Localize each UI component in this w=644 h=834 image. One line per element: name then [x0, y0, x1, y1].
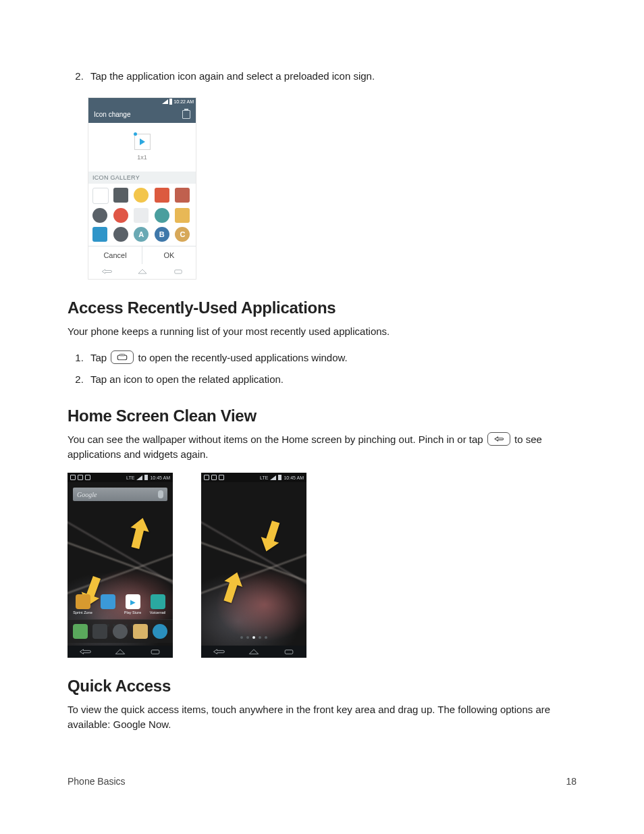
app-shortcut: ▶Play Store	[124, 594, 142, 617]
gallery-icon	[175, 208, 190, 223]
app-label: Voicemail	[150, 610, 166, 615]
intro-recent-apps: Your phone keeps a running list of your …	[68, 324, 576, 339]
gallery-icon	[92, 188, 109, 204]
pinch-out-arrow	[124, 517, 151, 562]
step1-post: to open the recently-used applications w…	[138, 352, 348, 363]
signal-icon	[270, 475, 276, 480]
dialog-title: Icon change	[94, 111, 131, 118]
ok-button: OK	[142, 246, 196, 264]
icon-preview-area: 1x1	[88, 123, 196, 172]
voicemail-icon	[151, 594, 165, 609]
delete-icon	[182, 110, 190, 119]
dialog-buttons: Cancel OK	[88, 246, 196, 264]
status-time: 10:45 AM	[284, 475, 304, 480]
svg-rect-2	[120, 355, 126, 356]
status-time: 10:22 AM	[173, 99, 194, 104]
system-nav	[68, 646, 173, 658]
page-footer: Phone Basics 18	[68, 776, 576, 787]
battery-icon	[169, 99, 172, 105]
cancel-button: Cancel	[88, 246, 142, 264]
app-label: Sprint Zone	[73, 610, 92, 615]
app-icon	[101, 594, 115, 609]
svg-marker-6	[259, 519, 285, 552]
recent-step-2: Tap an icon to open the related applicat…	[86, 371, 576, 388]
gallery-icon	[113, 227, 128, 242]
mic-icon	[158, 490, 163, 498]
phone-icon	[73, 624, 88, 639]
screenshot-icon-change: 10:22 AM Icon change 1x1 ICON GALLERY	[88, 97, 196, 280]
dialog-titlebar: Icon change	[88, 106, 196, 123]
status-notif-icon	[211, 475, 217, 480]
browser-icon	[153, 624, 167, 639]
back-icon	[101, 268, 113, 275]
signal-icon	[162, 99, 168, 104]
play-store-icon: ▶	[126, 594, 140, 609]
preview-size: 1x1	[137, 154, 147, 161]
status-time: 10:45 AM	[150, 475, 170, 480]
heading-clean-view: Home Screen Clean View	[68, 407, 576, 425]
app-shortcut: Sprint Zone	[74, 594, 92, 617]
gallery-letter-b: B	[155, 227, 169, 242]
status-notif-icon	[78, 475, 83, 480]
app-shortcut-row: Sprint Zone ▶Play Store Voicemail	[68, 594, 173, 617]
footer-section: Phone Basics	[68, 776, 126, 787]
intro-quick-access: To view the quick access items, touch an…	[68, 702, 576, 732]
app-shortcut: Voicemail	[149, 594, 167, 617]
recent-icon	[172, 268, 184, 275]
icon-gallery-grid: A B C	[88, 184, 196, 246]
apps-drawer-icon	[113, 624, 128, 639]
battery-icon	[144, 475, 148, 480]
clean-intro-pre: You can see the wallpaper without items …	[68, 434, 486, 445]
gallery-icon	[113, 188, 128, 203]
footer-page-number: 18	[566, 776, 576, 787]
heading-quick-access: Quick Access	[68, 677, 576, 696]
search-label: Google	[77, 491, 97, 498]
gallery-icon	[155, 188, 169, 203]
system-nav	[88, 264, 196, 279]
recent-icon	[149, 648, 162, 656]
recent-icon	[282, 648, 296, 656]
recent-step-1: Tap to open the recently-used applicatio…	[86, 349, 576, 367]
preview-icon	[134, 134, 151, 150]
app-shortcut	[99, 594, 117, 617]
pinch-in-arrow	[217, 571, 244, 615]
status-network: LTE	[260, 475, 268, 480]
svg-marker-7	[219, 571, 244, 605]
back-icon	[78, 648, 92, 656]
svg-rect-5	[151, 650, 159, 654]
gallery-icon	[134, 188, 149, 203]
messaging-icon	[133, 624, 148, 639]
gallery-icon	[92, 227, 107, 242]
step1-pre: Tap	[90, 352, 109, 363]
battery-icon	[278, 475, 281, 480]
screenshot-pinch-in: LTE 10:45 AM	[201, 473, 306, 658]
recent-apps-key-icon	[111, 350, 134, 364]
gallery-icon	[113, 208, 128, 223]
gallery-icon	[92, 208, 107, 223]
contacts-icon	[92, 624, 107, 639]
heading-recent-apps: Access Recently-Used Applications	[68, 298, 576, 317]
svg-marker-3	[126, 517, 151, 550]
statusbar: 10:22 AM	[88, 98, 196, 106]
gallery-icon	[175, 188, 190, 203]
page-indicator	[201, 636, 306, 639]
svg-rect-0	[174, 269, 182, 273]
statusbar: LTE 10:45 AM	[201, 473, 306, 482]
statusbar: LTE 10:45 AM	[68, 473, 173, 482]
icon-step-2: Tap the application icon again and selec…	[86, 68, 576, 85]
status-notif-icon	[219, 475, 224, 480]
gallery-icon	[155, 208, 169, 223]
signal-icon	[136, 475, 142, 480]
pinch-screenshots: LTE 10:45 AM Google Sprint Zone	[68, 473, 576, 658]
play-triangle-icon	[140, 138, 145, 145]
back-key-icon	[487, 432, 510, 446]
icon-step-list: Tap the application icon again and selec…	[68, 68, 576, 85]
status-notif-icon	[85, 475, 90, 480]
dock-row	[68, 619, 173, 643]
svg-rect-8	[285, 650, 293, 654]
search-widget: Google	[73, 488, 167, 501]
gallery-header: ICON GALLERY	[88, 172, 196, 184]
home-icon	[136, 268, 149, 275]
system-nav	[201, 646, 306, 658]
sprint-zone-icon	[76, 594, 90, 609]
